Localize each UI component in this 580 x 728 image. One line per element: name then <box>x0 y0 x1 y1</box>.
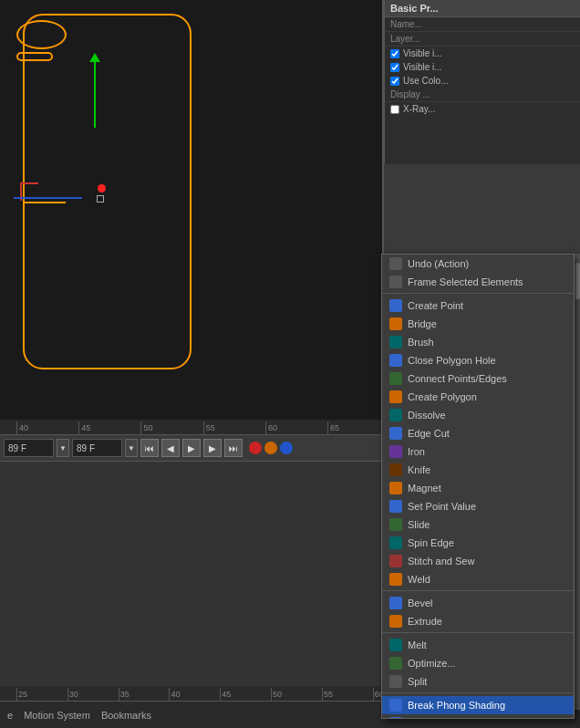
create-poly-icon <box>389 390 402 403</box>
xray-checkbox[interactable] <box>390 105 399 114</box>
b-ruler-45: 45 <box>220 688 271 701</box>
visible-viewport-row[interactable]: Visible i... <box>385 60 580 74</box>
menu-item-spin-edge[interactable]: Spin Edge <box>382 534 574 552</box>
dissolve-icon <box>389 409 402 421</box>
menu-item-create-point[interactable]: Create Point <box>382 296 574 315</box>
context-menu: Undo (Action) Frame Selected Elements Cr… <box>381 254 575 719</box>
visible-render-row[interactable]: Visible i... <box>385 47 580 60</box>
bridge-icon <box>389 317 402 330</box>
menu-item-unbreak-phong[interactable]: Unbreak Phong Shading <box>382 714 574 719</box>
loop-button[interactable] <box>264 442 277 454</box>
split-icon <box>389 675 402 688</box>
menu-item-create-polygon[interactable]: Create Polygon <box>382 388 574 406</box>
record-button[interactable] <box>249 442 262 454</box>
go-end-button[interactable]: ⏭ <box>224 439 243 457</box>
edge-cut-icon <box>389 427 402 440</box>
melt-icon <box>389 639 402 651</box>
menu-item-dissolve[interactable]: Dissolve <box>382 406 574 424</box>
menu-item-break-phong[interactable]: Break Phong Shading <box>382 696 574 714</box>
x-axis-line <box>14 197 82 199</box>
use-color-checkbox[interactable] <box>390 77 399 86</box>
slide-icon <box>389 518 402 531</box>
visible-viewport-checkbox[interactable] <box>390 63 399 72</box>
go-start-button[interactable]: ⏮ <box>140 439 159 457</box>
spin-edge-icon <box>389 536 402 549</box>
viewport[interactable] <box>0 0 383 420</box>
use-color-row[interactable]: Use Colo... <box>385 74 580 88</box>
phone-pill <box>16 52 53 61</box>
frame-dropdown-2[interactable]: ▼ <box>125 439 138 457</box>
xray-label: X-Ray... <box>403 104 435 114</box>
layer-row: Layer... <box>385 32 580 47</box>
menu-item-slide[interactable]: Slide <box>382 515 574 534</box>
menu-item-split[interactable]: Split <box>382 672 574 693</box>
menu-item-optimize[interactable]: Optimize... <box>382 654 574 672</box>
ruler-mark-40: 40 <box>16 421 78 434</box>
menu-item-extrude[interactable]: Extrude <box>382 612 574 633</box>
menu-item-frame-selected[interactable]: Frame Selected Elements <box>382 273 574 294</box>
yellow-axis-line <box>25 202 66 203</box>
phone-oval <box>16 20 67 49</box>
close-poly-icon <box>389 354 402 367</box>
name-label: Name... <box>390 19 454 29</box>
b-ruler-55: 55 <box>322 688 373 701</box>
menu-item-close-polygon[interactable]: Close Polygon Hole <box>382 351 574 369</box>
point-icon <box>389 299 402 312</box>
b-ruler-40: 40 <box>169 688 220 701</box>
next-frame-button[interactable]: ▶ <box>203 439 222 457</box>
scrollbar-track[interactable] <box>574 254 580 710</box>
use-color-label: Use Colo... <box>403 76 448 86</box>
xray-row[interactable]: X-Ray... <box>385 102 580 116</box>
nav-item-motion-system[interactable]: Motion System <box>24 710 90 721</box>
b-ruler-50: 50 <box>271 688 322 701</box>
ruler-mark-45: 45 <box>78 421 140 434</box>
brush-icon <box>389 336 402 348</box>
menu-item-iron[interactable]: Iron <box>382 442 574 461</box>
visible-render-checkbox[interactable] <box>390 49 399 58</box>
prev-frame-button[interactable]: ◀ <box>161 439 180 457</box>
visible-viewport-label: Visible i... <box>403 62 442 72</box>
frame-dropdown-1[interactable]: ▼ <box>57 439 69 457</box>
nav-item-e[interactable]: e <box>7 710 13 721</box>
weld-icon <box>389 573 402 586</box>
magnet-icon <box>389 482 402 494</box>
b-ruler-35: 35 <box>119 688 170 701</box>
frame-field-1[interactable]: 89 F <box>4 439 54 457</box>
unbreak-phong-icon <box>389 717 402 719</box>
ruler-mark-55: 55 <box>203 421 265 434</box>
properties-panel: Basic Pr... Name... Layer... Visible i..… <box>384 0 580 164</box>
scrollbar-thumb[interactable] <box>575 263 580 299</box>
frame-field-2[interactable]: 89 F <box>72 439 122 457</box>
menu-item-melt[interactable]: Melt <box>382 636 574 654</box>
b-ruler-25: 25 <box>16 688 67 701</box>
y-axis-arrow <box>89 53 100 62</box>
name-row: Name... <box>385 17 580 32</box>
menu-item-brush[interactable]: Brush <box>382 333 574 351</box>
frame-icon <box>389 276 402 288</box>
b-ruler-30: 30 <box>67 688 119 701</box>
nav-item-bookmarks[interactable]: Bookmarks <box>101 710 151 721</box>
optimize-icon <box>389 657 402 670</box>
menu-item-set-point-value[interactable]: Set Point Value <box>382 497 574 515</box>
menu-item-bridge[interactable]: Bridge <box>382 315 574 333</box>
info-button[interactable] <box>280 442 293 454</box>
stitch-icon <box>389 555 402 567</box>
set-point-icon <box>389 500 402 513</box>
play-button[interactable]: ▶ <box>182 439 201 457</box>
phone-mesh <box>23 14 192 369</box>
menu-item-undo[interactable]: Undo (Action) <box>382 255 574 273</box>
ruler-mark-50: 50 <box>140 421 202 434</box>
properties-title: Basic Pr... <box>385 0 580 17</box>
menu-item-knife[interactable]: Knife <box>382 461 574 479</box>
menu-item-connect[interactable]: Connect Points/Edges <box>382 369 574 388</box>
menu-item-magnet[interactable]: Magnet <box>382 479 574 497</box>
bevel-icon <box>389 597 402 609</box>
menu-item-bevel[interactable]: Bevel <box>382 594 574 612</box>
menu-item-weld[interactable]: Weld <box>382 570 574 591</box>
break-phong-icon <box>389 699 402 712</box>
y-axis-line <box>94 55 96 128</box>
menu-item-edge-cut[interactable]: Edge Cut <box>382 424 574 442</box>
menu-item-stitch-sew[interactable]: Stitch and Sew <box>382 552 574 570</box>
point-square <box>97 195 104 203</box>
display-label: Display ... <box>390 89 454 99</box>
